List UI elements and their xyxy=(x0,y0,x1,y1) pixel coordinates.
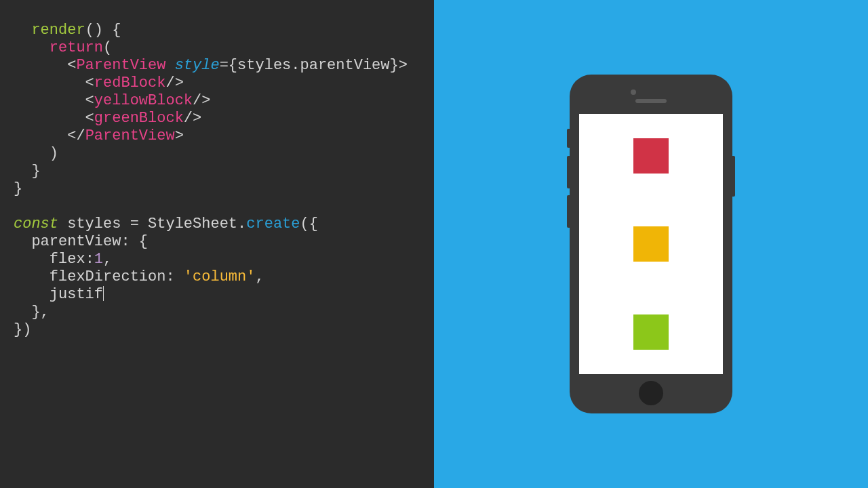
keyword-render: render xyxy=(31,22,85,39)
component-parentview: ParentView xyxy=(76,57,165,74)
prop-justif-partial: justif xyxy=(50,286,103,303)
key-parentview: parentView xyxy=(31,233,121,250)
red-block xyxy=(633,138,669,174)
phone-speaker-icon xyxy=(635,99,667,103)
component-redblock: redBlock xyxy=(94,75,166,92)
phone-volume-down xyxy=(567,195,570,228)
var-styles: styles xyxy=(67,216,121,232)
ref-stylesheet: StyleSheet xyxy=(148,216,237,232)
keyword-return: return xyxy=(50,39,103,56)
phone-camera-icon xyxy=(631,89,636,95)
value-column: 'column' xyxy=(184,268,256,285)
phone-home-button xyxy=(639,381,663,405)
component-parentview-close: ParentView xyxy=(85,127,175,144)
component-yellowblock: yellowBlock xyxy=(94,92,193,109)
yellow-block xyxy=(633,226,669,262)
phone-mockup xyxy=(570,75,732,413)
phone-preview-pane xyxy=(434,0,868,488)
phone-screen xyxy=(579,114,723,374)
ref-styles: styles xyxy=(237,57,291,74)
prop-flexdirection: flexDirection xyxy=(50,268,166,285)
value-flex: 1 xyxy=(94,251,103,268)
prop-flex: flex xyxy=(50,251,85,268)
method-create: create xyxy=(246,216,300,232)
phone-volume-up xyxy=(567,156,570,188)
text-cursor xyxy=(103,286,104,301)
attr-style: style xyxy=(175,57,220,74)
green-block xyxy=(633,314,669,350)
ref-parentview: parentView xyxy=(300,57,390,74)
phone-mute-switch xyxy=(567,129,570,148)
phone-power-button xyxy=(732,156,735,197)
code-editor-pane[interactable]: render() { return( <ParentView style={st… xyxy=(0,0,434,488)
component-greenblock: greenBlock xyxy=(94,110,184,127)
code-content: render() { return( <ParentView style={st… xyxy=(14,22,420,339)
keyword-const: const xyxy=(14,216,58,232)
